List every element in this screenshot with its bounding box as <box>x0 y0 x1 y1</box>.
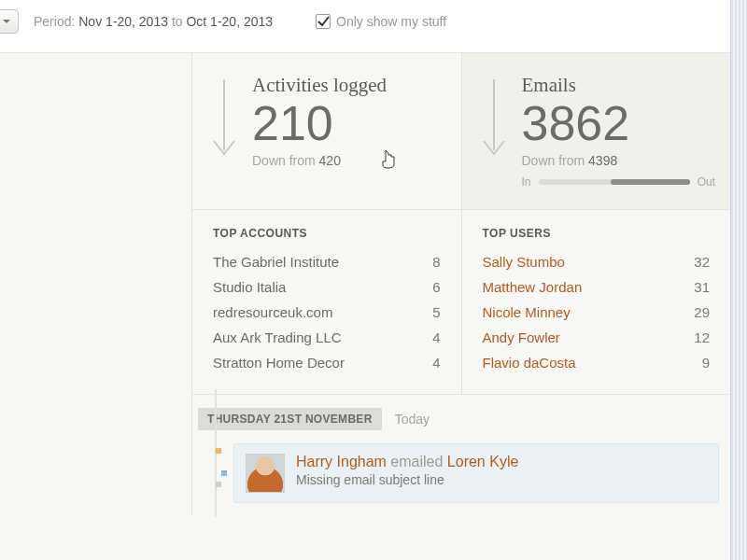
in-out-row: In Out <box>522 175 716 189</box>
emails-value: 3862 <box>522 99 716 147</box>
in-out-bar <box>539 179 690 185</box>
list-item[interactable]: Flavio daCosta9 <box>483 350 711 375</box>
timeline-event[interactable]: Harry Ingham emailed Loren Kyle Missing … <box>233 443 719 503</box>
only-my-stuff-toggle[interactable]: Only show my stuff <box>316 14 446 29</box>
event-actor[interactable]: Harry Ingham <box>296 454 387 469</box>
list-item[interactable]: Sally Stumbo32 <box>483 249 711 274</box>
list-item[interactable]: Matthew Jordan31 <box>483 274 711 300</box>
emails-sub-prefix: Down from <box>522 153 589 168</box>
period-text: Period: Nov 1-20, 2013 to Oct 1-20, 2013 <box>34 14 273 29</box>
summary-cards: Activities logged 210 Down from 420 Emai… <box>192 53 730 210</box>
top-users: TOP USERS Sally Stumbo32 Matthew Jordan3… <box>461 210 731 394</box>
event-text: Harry Ingham emailed Loren Kyle Missing … <box>296 454 518 487</box>
activities-title: Activities logged <box>252 74 387 97</box>
lists: TOP ACCOUNTS The Gabriel Institute8 Stud… <box>192 210 730 395</box>
list-item[interactable]: Aux Ark Trading LLC4 <box>213 325 441 350</box>
emails-title: Emails <box>522 74 716 97</box>
top-users-title: TOP USERS <box>483 227 711 240</box>
period-to: Oct 1-20, 2013 <box>186 14 273 29</box>
chevron-down-icon <box>2 17 11 26</box>
list-item[interactable]: Stratton Home Decor4 <box>213 350 441 375</box>
event-markers-icon <box>216 448 227 491</box>
list-item[interactable]: The Gabriel Institute8 <box>213 249 441 274</box>
list-item[interactable]: Nicole Minney29 <box>483 300 711 325</box>
top-accounts: TOP ACCOUNTS The Gabriel Institute8 Stud… <box>192 210 461 394</box>
only-my-stuff-label: Only show my stuff <box>336 14 446 29</box>
emails-sub: Down from 4398 <box>522 153 716 168</box>
top-accounts-title: TOP ACCOUNTS <box>213 227 441 240</box>
timeline-date-row: THURSDAY 21ST NOVEMBER Today <box>198 408 730 430</box>
period-to-word: to <box>172 14 183 29</box>
activities-card-body: Activities logged 210 Down from 420 <box>252 74 387 189</box>
emails-card[interactable]: Emails 3862 Down from 4398 In Out <box>461 53 731 209</box>
period-label: Period: <box>34 14 75 29</box>
period-from: Nov 1-20, 2013 <box>78 14 168 29</box>
trend-down-icon <box>477 74 511 189</box>
emails-sub-value: 4398 <box>588 153 617 168</box>
window-right-edge <box>730 0 747 560</box>
event-verb: emailed <box>387 454 447 469</box>
emails-card-body: Emails 3862 Down from 4398 In Out <box>522 74 716 189</box>
activities-sub: Down from 420 <box>252 153 387 168</box>
avatar <box>246 454 285 493</box>
activities-value: 210 <box>252 99 387 147</box>
activities-sub-prefix: Down from <box>252 153 319 168</box>
timeline: THURSDAY 21ST NOVEMBER Today Harry Ingha… <box>192 395 730 516</box>
activities-card[interactable]: Activities logged 210 Down from 420 <box>192 53 461 209</box>
event-subject: Missing email subject line <box>296 472 518 487</box>
trend-down-icon <box>207 74 241 189</box>
event-target[interactable]: Loren Kyle <box>447 454 519 469</box>
list-item[interactable]: Studio Italia6 <box>213 274 441 300</box>
list-item[interactable]: redresourceuk.com5 <box>213 300 441 325</box>
checkbox-icon <box>316 14 331 29</box>
topbar: Period: Nov 1-20, 2013 to Oct 1-20, 2013… <box>0 0 730 53</box>
activities-sub-value: 420 <box>319 153 341 168</box>
period-dropdown[interactable] <box>0 9 19 34</box>
today-label: Today <box>395 412 430 427</box>
out-label: Out <box>698 175 715 189</box>
date-chip: THURSDAY 21ST NOVEMBER <box>198 408 382 430</box>
list-item[interactable]: Andy Fowler12 <box>483 325 711 350</box>
main: Activities logged 210 Down from 420 Emai… <box>191 53 730 516</box>
in-label: In <box>522 175 531 189</box>
